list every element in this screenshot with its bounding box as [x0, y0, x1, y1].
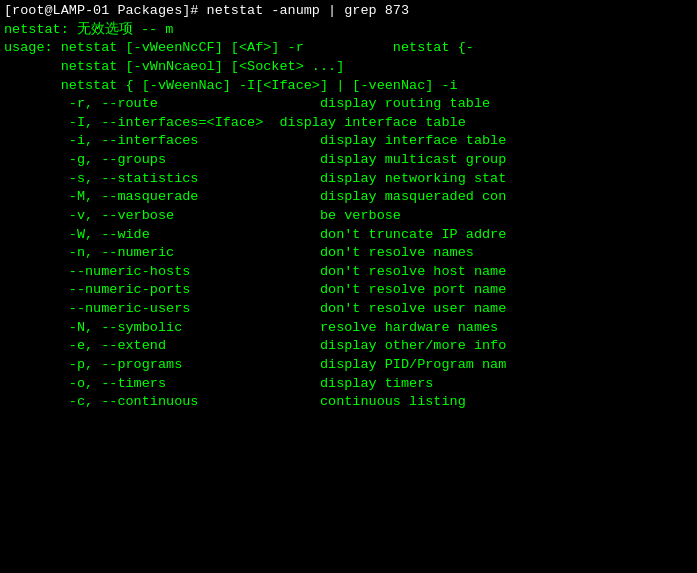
terminal-output: [root@LAMP-01 Packages]# netstat -anump …	[0, 2, 697, 412]
terminal-window[interactable]: [root@LAMP-01 Packages]# netstat -anump …	[0, 0, 697, 573]
terminal-line-l16: -n, --numeric don't resolve names	[0, 244, 697, 263]
terminal-line-l17: --numeric-hosts don't resolve host name	[0, 263, 697, 282]
terminal-line-l22: -p, --programs display PID/Program nam	[0, 356, 697, 375]
terminal-line-l1: [root@LAMP-01 Packages]# netstat -anump …	[0, 2, 697, 21]
terminal-line-l23: -o, --timers display timers	[0, 375, 697, 394]
terminal-line-l3: usage: netstat [-vWeenNcCF] [<Af>] -r ne…	[0, 39, 697, 58]
terminal-line-l24: -c, --continuous continuous listing	[0, 393, 697, 412]
terminal-line-l9: -i, --interfaces display interface table	[0, 132, 697, 151]
terminal-line-l18: --numeric-ports don't resolve port name	[0, 281, 697, 300]
terminal-line-l15: -W, --wide don't truncate IP addre	[0, 226, 697, 245]
terminal-line-l5: netstat { [-vWeenNac] -I[<Iface>] | [-ve…	[0, 77, 697, 96]
terminal-line-l10: -g, --groups display multicast group	[0, 151, 697, 170]
terminal-line-l21: -e, --extend display other/more info	[0, 337, 697, 356]
terminal-line-l4: netstat [-vWnNcaeol] [<Socket> ...]	[0, 58, 697, 77]
terminal-line-l14: -v, --verbose be verbose	[0, 207, 697, 226]
terminal-line-l11: -s, --statistics display networking stat	[0, 170, 697, 189]
terminal-line-l7: -r, --route display routing table	[0, 95, 697, 114]
terminal-line-l2: netstat: 无效选项 -- m	[0, 21, 697, 40]
terminal-line-l20: -N, --symbolic resolve hardware names	[0, 319, 697, 338]
terminal-line-l19: --numeric-users don't resolve user name	[0, 300, 697, 319]
terminal-line-l12: -M, --masquerade display masqueraded con	[0, 188, 697, 207]
terminal-line-l8: -I, --interfaces=<Iface> display interfa…	[0, 114, 697, 133]
